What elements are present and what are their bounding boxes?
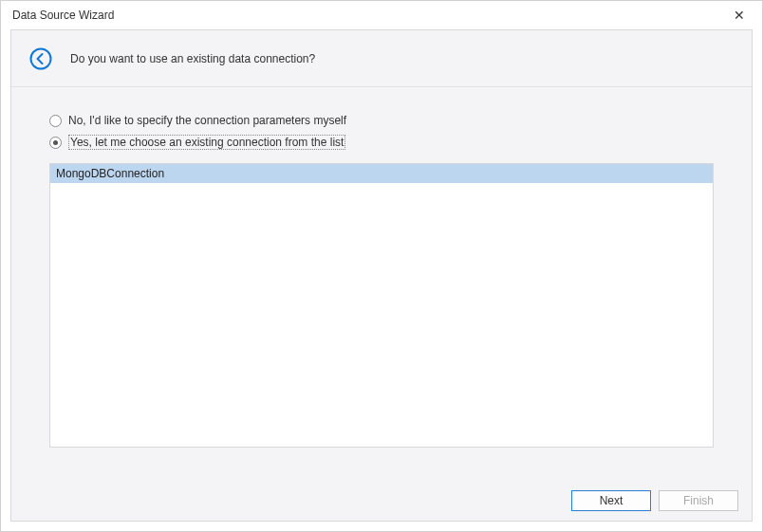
radio-label-yes: Yes, let me choose an existing connectio…: [68, 135, 345, 150]
wizard-content: No, I'd like to specify the connection p…: [11, 87, 752, 457]
close-button[interactable]: ✕: [726, 4, 753, 27]
radio-icon: [49, 137, 62, 149]
wizard-footer: Next Finish: [571, 490, 738, 511]
radio-option-yes[interactable]: Yes, let me choose an existing connectio…: [49, 135, 714, 150]
wizard-panel: Do you want to use an existing data conn…: [10, 29, 753, 522]
list-item[interactable]: MongoDBConnection: [50, 164, 713, 183]
connection-listbox[interactable]: MongoDBConnection: [49, 163, 714, 448]
next-button[interactable]: Next: [571, 490, 651, 511]
titlebar: Data Source Wizard ✕: [1, 1, 762, 29]
wizard-header: Do you want to use an existing data conn…: [11, 30, 752, 87]
radio-label-no: No, I'd like to specify the connection p…: [68, 114, 346, 127]
svg-point-0: [31, 48, 51, 68]
radio-option-no[interactable]: No, I'd like to specify the connection p…: [49, 114, 714, 127]
radio-icon: [49, 115, 62, 127]
wizard-question: Do you want to use an existing data conn…: [70, 52, 315, 65]
back-arrow-icon: [29, 47, 52, 70]
back-button[interactable]: [28, 46, 53, 71]
finish-button: Finish: [659, 490, 738, 511]
window-title: Data Source Wizard: [12, 9, 114, 22]
